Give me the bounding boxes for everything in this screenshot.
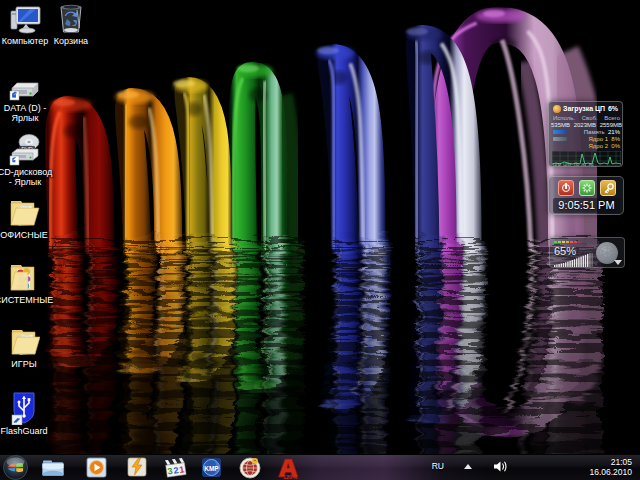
svg-text:ЦП2 ЦПУ П1 Я1 Я2: ЦП2 ЦПУ П1 Я1 Я2 (553, 162, 594, 167)
svg-text:KMP: KMP (204, 465, 219, 472)
svg-text:120%: 120% (283, 474, 297, 480)
